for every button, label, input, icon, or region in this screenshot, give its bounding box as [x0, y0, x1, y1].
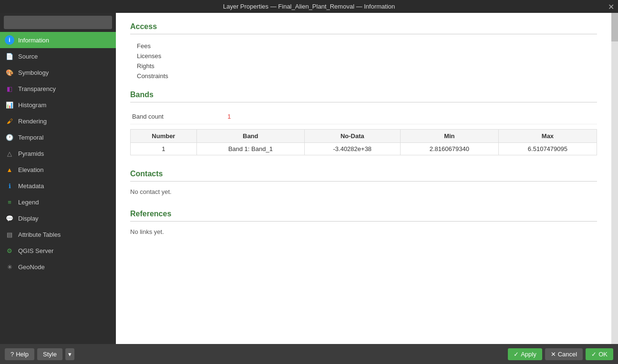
access-rights: Rights: [137, 61, 597, 71]
cell-max: 6.5107479095: [498, 143, 597, 155]
sidebar-label-elevation: Elevation: [18, 166, 43, 173]
sidebar-label-pyramids: Pyramids: [18, 150, 44, 157]
access-fees: Fees: [137, 41, 597, 51]
sidebar-item-pyramids[interactable]: △ Pyramids: [0, 145, 116, 162]
style-button[interactable]: Style: [37, 348, 62, 360]
sidebar-label-metadata: Metadata: [18, 182, 44, 190]
sidebar-label-rendering: Rendering: [18, 118, 47, 125]
sidebar-item-geonode[interactable]: ✳ GeoNode: [0, 259, 116, 275]
references-header: References: [130, 210, 597, 218]
access-constraints: Constraints: [137, 71, 597, 81]
cell-band: Band 1: Band_1: [196, 143, 304, 155]
attrtables-icon: ▤: [5, 230, 14, 239]
apply-check-icon: ✓: [514, 351, 519, 358]
cell-min: 2.8160679340: [400, 143, 498, 155]
col-max: Max: [498, 130, 597, 143]
help-button[interactable]: ? Help: [5, 348, 34, 360]
temporal-icon: 🕐: [5, 132, 14, 142]
table-row: 1 Band 1: Band_1 -3.40282e+38 2.81606793…: [131, 143, 597, 155]
sidebar-item-qgis-server[interactable]: ⚙ QGIS Server: [0, 243, 116, 259]
legend-icon: ≡: [5, 197, 14, 207]
symbology-icon: 🎨: [5, 68, 14, 77]
band-count-label: Band count: [132, 113, 227, 120]
apply-button[interactable]: ✓ Apply: [508, 348, 542, 360]
sidebar-label-geonode: GeoNode: [18, 263, 45, 271]
access-list: Fees Licenses Rights Constraints: [130, 41, 597, 81]
col-min: Min: [400, 130, 498, 143]
access-header: Access: [130, 22, 597, 31]
sidebar-label-temporal: Temporal: [18, 134, 43, 141]
sidebar-item-elevation[interactable]: ▲ Elevation: [0, 162, 116, 178]
histogram-icon: 📊: [5, 100, 14, 110]
sidebar-item-transparency[interactable]: ◧ Transparency: [0, 81, 116, 97]
sidebar-item-histogram[interactable]: 📊 Histogram: [0, 97, 116, 113]
sidebar-item-display[interactable]: 💬 Display: [0, 210, 116, 226]
scrollbar-track[interactable]: [611, 13, 618, 344]
sidebar-label-attribute-tables: Attribute Tables: [18, 231, 61, 238]
style-dropdown[interactable]: ▾: [65, 348, 74, 360]
sidebar-item-metadata[interactable]: ℹ Metadata: [0, 178, 116, 194]
sidebar-label-transparency: Transparency: [18, 85, 56, 92]
cell-number: 1: [131, 143, 197, 155]
pyramids-icon: △: [5, 149, 14, 158]
content-area: Access Fees Licenses Rights Constraints …: [116, 13, 611, 344]
sidebar-item-temporal[interactable]: 🕐 Temporal: [0, 129, 116, 145]
band-count-value: 1: [227, 113, 231, 120]
ok-check-icon: ✓: [591, 351, 597, 358]
sidebar-label-symbology: Symbology: [18, 69, 49, 76]
title-bar: Layer Properties — Final_Alien_Plant_Rem…: [0, 0, 618, 13]
sidebar-item-source[interactable]: 📄 Source: [0, 48, 116, 64]
elevation-icon: ▲: [5, 165, 14, 174]
rendering-icon: 🖌: [5, 116, 14, 126]
source-icon: 📄: [5, 51, 14, 61]
access-licenses: Licenses: [137, 51, 597, 61]
references-divider: [130, 221, 597, 222]
geonode-icon: ✳: [5, 262, 14, 272]
access-section: Access Fees Licenses Rights Constraints: [130, 22, 597, 81]
transparency-icon: ◧: [5, 84, 14, 93]
references-no-content: No links yet.: [130, 228, 597, 235]
bottom-bar: ? Help Style ▾ ✓ Apply ✕ Cancel ✓ OK: [0, 344, 618, 364]
sidebar-item-legend[interactable]: ≡ Legend: [0, 194, 116, 210]
bands-divider: [130, 102, 597, 102]
ok-button[interactable]: ✓ OK: [586, 348, 613, 360]
window-title: Layer Properties — Final_Alien_Plant_Rem…: [223, 3, 395, 10]
contacts-section: Contacts No contact yet.: [130, 170, 597, 195]
style-label: Style: [43, 351, 57, 358]
access-divider: [130, 34, 597, 34]
cancel-cross-icon: ✕: [551, 351, 556, 358]
sidebar: i Information 📄 Source 🎨 Symbology ◧ Tra…: [0, 13, 116, 344]
sidebar-label-histogram: Histogram: [18, 101, 46, 109]
sidebar-search[interactable]: [4, 16, 112, 29]
bands-section: Bands Band count 1 Number Band No-Data M…: [130, 91, 597, 155]
cancel-button[interactable]: ✕ Cancel: [545, 348, 583, 360]
col-number: Number: [131, 130, 197, 143]
col-nodata: No-Data: [304, 130, 400, 143]
references-section: References No links yet.: [130, 210, 597, 235]
contacts-divider: [130, 181, 597, 182]
sidebar-label-legend: Legend: [18, 199, 39, 206]
sidebar-label-display: Display: [18, 215, 39, 222]
contacts-header: Contacts: [130, 170, 597, 178]
bands-table: Number Band No-Data Min Max 1 Band 1: Ba…: [130, 129, 597, 155]
chevron-down-icon: ▾: [68, 351, 72, 358]
sidebar-item-information[interactable]: i Information: [0, 32, 116, 48]
help-icon: ?: [10, 351, 14, 358]
close-button[interactable]: ✕: [608, 2, 614, 11]
cell-nodata: -3.40282e+38: [304, 143, 400, 155]
sidebar-item-attribute-tables[interactable]: ▤ Attribute Tables: [0, 226, 116, 243]
col-band: Band: [196, 130, 304, 143]
band-count-row: Band count 1: [130, 109, 597, 124]
sidebar-label-information: Information: [18, 37, 49, 44]
sidebar-label-qgis-server: QGIS Server: [18, 247, 53, 254]
metadata-icon: ℹ: [5, 181, 14, 191]
sidebar-label-source: Source: [18, 53, 38, 60]
qgisserver-icon: ⚙: [5, 246, 14, 255]
display-icon: 💬: [5, 213, 14, 223]
scrollbar-thumb[interactable]: [611, 13, 618, 41]
contacts-no-content: No contact yet.: [130, 188, 597, 195]
info-icon: i: [5, 35, 14, 45]
bands-header: Bands: [130, 91, 597, 99]
sidebar-item-symbology[interactable]: 🎨 Symbology: [0, 64, 116, 81]
sidebar-item-rendering[interactable]: 🖌 Rendering: [0, 113, 116, 129]
